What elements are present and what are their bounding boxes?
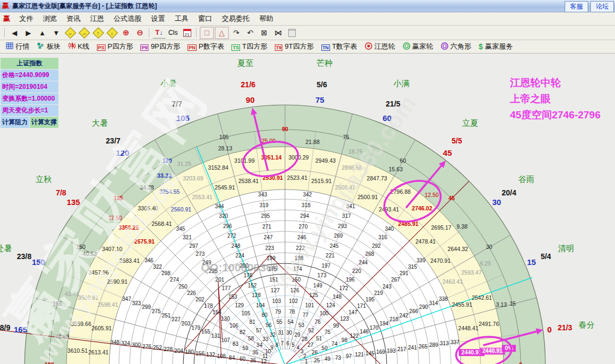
nav-left-icon[interactable]: ◀ xyxy=(8,27,21,39)
svg-text:128: 128 xyxy=(252,292,261,298)
menu-文件[interactable]: 文件 xyxy=(14,13,38,25)
svg-text:225: 225 xyxy=(209,268,218,274)
view-sectors[interactable]: 板块 xyxy=(33,40,64,53)
svg-text:316: 316 xyxy=(378,234,387,240)
annotation-line2: 上帝之眼 xyxy=(510,91,601,107)
svg-text:129: 129 xyxy=(235,302,244,308)
menu-浏览[interactable]: 浏览 xyxy=(38,13,62,25)
view-winner-wheel[interactable]: 赢家轮 xyxy=(399,40,437,53)
svg-text:82: 82 xyxy=(239,329,246,335)
svg-text:98: 98 xyxy=(341,337,348,343)
svg-text:106: 106 xyxy=(229,323,238,329)
svg-text:清明: 清明 xyxy=(558,244,574,253)
svg-text:2695.17: 2695.17 xyxy=(431,224,452,231)
svg-text:3610.51: 3610.51 xyxy=(68,347,88,354)
view-p-table[interactable]: PNP数字表 xyxy=(184,40,228,53)
rect-tool-icon[interactable]: □ xyxy=(200,27,214,39)
menu-窗口[interactable]: 窗口 xyxy=(193,13,217,25)
view-kline[interactable]: K线 xyxy=(64,40,93,53)
svg-text:76: 76 xyxy=(314,319,321,325)
svg-text:2542.61: 2542.61 xyxy=(471,294,492,301)
svg-text:294: 294 xyxy=(300,213,309,219)
svg-text:105: 105 xyxy=(219,134,229,140)
view-t-table[interactable]: TNT数字表 xyxy=(318,40,361,53)
svg-text:处暑: 处暑 xyxy=(0,244,12,253)
titlebar-button-service[interactable]: 客服 xyxy=(565,1,588,12)
chart-area: 1234567891011122526272829303132333435364… xyxy=(0,54,615,364)
zoom-out-icon[interactable]: ⊖ xyxy=(133,27,146,39)
svg-text:298: 298 xyxy=(162,270,171,276)
view-quotes[interactable]: 行情 xyxy=(2,40,33,53)
svg-text:90: 90 xyxy=(246,95,255,104)
toolbar-tools: ◀▶▲▼←→↑↓⊕⊖T↓Cls21□△↷↶⊠⋈ xyxy=(0,26,615,40)
svg-text:2500.91: 2500.91 xyxy=(357,194,378,200)
svg-text:26: 26 xyxy=(312,350,318,355)
svg-text:2560.91: 2560.91 xyxy=(171,206,191,213)
menu-设置[interactable]: 设置 xyxy=(146,13,170,25)
svg-text:219: 219 xyxy=(374,290,383,296)
cls-button[interactable]: Cls xyxy=(167,27,179,39)
svg-text:2545.91: 2545.91 xyxy=(215,184,235,191)
nav-up-icon[interactable]: ▲ xyxy=(36,27,49,39)
clear-icon[interactable] xyxy=(286,27,298,39)
svg-text:3152.84: 3152.84 xyxy=(208,164,228,171)
svg-text:大暑: 大暑 xyxy=(92,118,108,127)
view-service[interactable]: $赢家服务 xyxy=(475,40,517,53)
svg-text:228: 228 xyxy=(164,346,173,352)
svg-text:267: 267 xyxy=(391,277,400,283)
menu-公式选股[interactable]: 公式选股 xyxy=(109,13,146,25)
svg-text:320: 320 xyxy=(219,213,228,219)
rotate-cw-icon[interactable]: ↷ xyxy=(230,27,243,39)
svg-text:5/5: 5/5 xyxy=(452,136,462,145)
rotate-ccw-icon[interactable]: ↶ xyxy=(244,27,257,39)
menu-资讯[interactable]: 资讯 xyxy=(62,13,85,25)
view-p-square[interactable]: PSP四方形 xyxy=(93,40,137,53)
pan-down-icon[interactable]: ↓ xyxy=(106,27,118,39)
svg-text:348: 348 xyxy=(110,339,119,345)
svg-text:170: 170 xyxy=(370,325,379,331)
menu-江恩[interactable]: 江恩 xyxy=(85,13,109,25)
pan-left-icon[interactable]: ← xyxy=(64,27,77,39)
view-hexagon[interactable]: 六角形 xyxy=(437,40,475,53)
converge-icon[interactable]: ⋈ xyxy=(272,27,284,39)
svg-text:339: 339 xyxy=(417,257,426,263)
svg-text:150: 150 xyxy=(32,257,45,267)
svg-text:31: 31 xyxy=(278,330,284,336)
nav-down-icon[interactable]: ▼ xyxy=(50,27,63,39)
app-logo-icon: 赢 xyxy=(2,1,9,11)
pan-up-icon[interactable]: ↑ xyxy=(92,27,104,39)
svg-text:33: 33 xyxy=(262,336,269,342)
zoom-in-icon[interactable]: ⊕ xyxy=(119,27,132,39)
price-axis-icon[interactable]: T↓ xyxy=(153,27,166,39)
svg-text:21.88: 21.88 xyxy=(305,139,319,145)
view-9p-square[interactable]: P99P四方形 xyxy=(137,40,184,53)
svg-text:60: 60 xyxy=(400,157,406,164)
toolbar-views: 行情板块K线PSP四方形P99P四方形PNP数字表TST四方形T99T四方形TN… xyxy=(0,40,615,54)
menu-工具[interactable]: 工具 xyxy=(170,13,193,25)
svg-text:8: 8 xyxy=(275,342,279,348)
menu-帮助[interactable]: 帮助 xyxy=(254,13,278,25)
svg-text:135: 135 xyxy=(66,198,80,207)
svg-text:2440.91: 2440.91 xyxy=(461,349,482,355)
titlebar-button-forum[interactable]: 论坛 xyxy=(590,1,614,12)
triangle-tool-icon[interactable]: △ xyxy=(215,27,229,39)
view-quotes-icon xyxy=(6,42,13,51)
svg-text:130: 130 xyxy=(221,316,230,322)
pan-right-icon[interactable]: → xyxy=(78,27,91,39)
calc-support-button[interactable]: 计算支撑 xyxy=(30,117,59,128)
svg-text:2440.91: 2440.91 xyxy=(482,347,502,354)
svg-text:3.13: 3.13 xyxy=(496,301,507,308)
svg-text:90: 90 xyxy=(282,126,288,132)
nav-right-icon[interactable]: ▶ xyxy=(22,27,35,39)
calendar-icon[interactable]: 21 xyxy=(181,27,193,39)
box-x-icon[interactable]: ⊠ xyxy=(258,27,271,39)
view-gann-wheel[interactable]: 江恩轮 xyxy=(361,40,399,53)
svg-text:3: 3 xyxy=(301,348,304,354)
calc-resistance-button[interactable]: 计算阻力 xyxy=(1,117,29,128)
view-9t-square[interactable]: T99T四方形 xyxy=(271,40,318,53)
svg-text:97: 97 xyxy=(346,353,352,359)
svg-text:21/6: 21/6 xyxy=(241,80,256,89)
step-value: 周天变化步长=1 xyxy=(1,105,58,116)
menu-交易委托[interactable]: 交易委托 xyxy=(217,13,254,25)
view-t-square[interactable]: TST四方形 xyxy=(228,40,271,53)
